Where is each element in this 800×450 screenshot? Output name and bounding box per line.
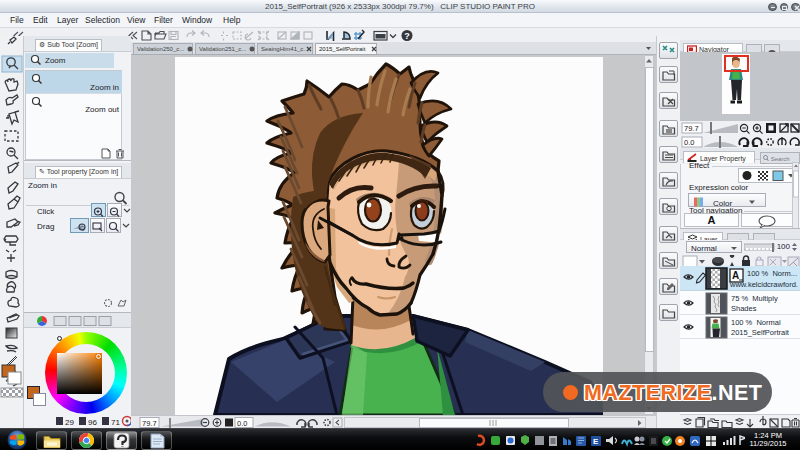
svg-text:96: 96 — [88, 418, 97, 427]
svg-text:79.7: 79.7 — [684, 124, 699, 133]
svg-text:100 % Normal: 100 % Normal — [731, 318, 781, 327]
svg-text:2015_SelfPortrait: 2015_SelfPortrait — [731, 328, 790, 337]
svg-text:Shades: Shades — [731, 304, 757, 313]
svg-text:75 % Multiply: 75 % Multiply — [731, 294, 778, 303]
svg-text:71: 71 — [111, 418, 120, 427]
svg-text:79.7: 79.7 — [142, 419, 157, 428]
svg-text:E: E — [593, 437, 599, 446]
svg-text:?: ? — [404, 31, 410, 41]
svg-text:29: 29 — [65, 418, 74, 427]
svg-text:www.kelcidcrawford.: www.kelcidcrawford. — [729, 280, 798, 289]
svg-text:Q: Q — [80, 225, 85, 231]
svg-text:0.0: 0.0 — [237, 419, 247, 428]
svg-text:0.0: 0.0 — [684, 138, 694, 147]
svg-text:100 % Norm...: 100 % Norm... — [747, 269, 797, 278]
